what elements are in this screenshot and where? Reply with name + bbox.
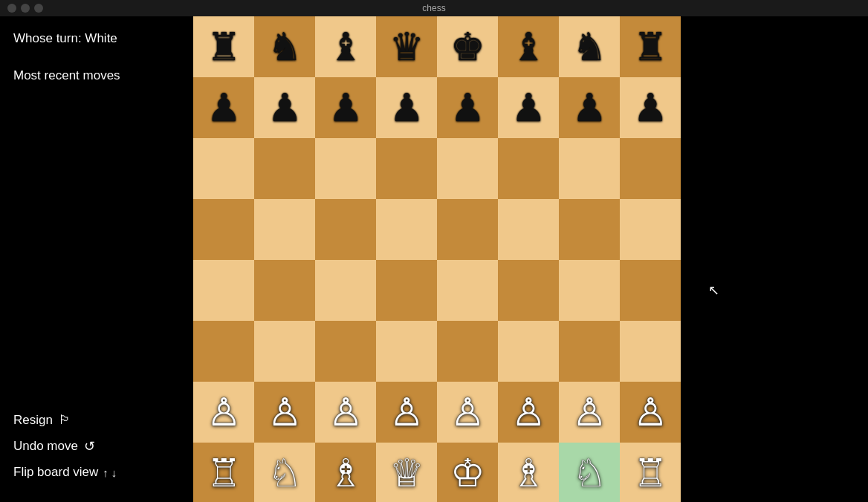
chess-piece: ♙ xyxy=(450,393,485,431)
chess-cell[interactable] xyxy=(559,260,620,321)
chess-cell[interactable] xyxy=(437,199,498,260)
chess-cell[interactable] xyxy=(254,138,315,199)
chess-cell[interactable] xyxy=(437,321,498,382)
chess-piece: ♙ xyxy=(389,393,424,431)
chess-cell[interactable] xyxy=(315,260,376,321)
chess-cell[interactable] xyxy=(620,260,681,321)
chess-piece: ♟ xyxy=(450,88,485,127)
chess-piece: ♜ xyxy=(633,27,668,66)
titlebar: chess xyxy=(0,0,868,16)
chess-piece: ♟ xyxy=(633,88,668,127)
flip-board-button[interactable]: Flip board view ↑ ↓ xyxy=(13,465,180,480)
resign-button[interactable]: Resign 🏳 xyxy=(13,413,180,428)
chess-cell[interactable] xyxy=(376,260,437,321)
chess-cell[interactable]: ♕ xyxy=(376,443,437,502)
chess-cell[interactable]: ♙ xyxy=(193,382,254,443)
flip-down-icon: ↓ xyxy=(111,466,117,479)
chess-cell[interactable]: ♙ xyxy=(620,382,681,443)
chess-cell[interactable] xyxy=(254,321,315,382)
chess-cell[interactable]: ♟ xyxy=(620,77,681,138)
undo-move-label: Undo move xyxy=(13,439,78,454)
chess-cell[interactable] xyxy=(559,199,620,260)
undo-icon: ↺ xyxy=(84,438,95,454)
chess-cell[interactable] xyxy=(315,138,376,199)
minimize-button[interactable] xyxy=(21,4,30,13)
chess-cell[interactable]: ♟ xyxy=(437,77,498,138)
chess-cell[interactable] xyxy=(254,260,315,321)
most-recent-moves-label: Most recent moves xyxy=(13,68,180,83)
undo-move-button[interactable]: Undo move ↺ xyxy=(13,438,180,454)
chess-cell[interactable]: ♙ xyxy=(498,382,559,443)
chess-piece: ♟ xyxy=(389,88,424,127)
chess-cell[interactable] xyxy=(437,260,498,321)
chess-cell[interactable] xyxy=(559,321,620,382)
resign-flag-icon: 🏳 xyxy=(59,413,71,428)
chess-cell[interactable]: ♖ xyxy=(620,443,681,502)
close-button[interactable] xyxy=(7,4,16,13)
chess-piece: ♟ xyxy=(268,88,302,127)
chess-piece: ♙ xyxy=(328,393,363,431)
chess-cell[interactable]: ♞ xyxy=(559,16,620,77)
chess-cell[interactable]: ♗ xyxy=(498,443,559,502)
chess-cell[interactable] xyxy=(620,321,681,382)
chess-piece: ♙ xyxy=(633,393,668,431)
chess-cell[interactable]: ♞ xyxy=(254,16,315,77)
chess-cell[interactable]: ♖ xyxy=(193,443,254,502)
chess-cell[interactable] xyxy=(437,138,498,199)
chess-cell[interactable]: ♙ xyxy=(376,382,437,443)
chess-cell[interactable] xyxy=(376,199,437,260)
chess-cell[interactable]: ♙ xyxy=(437,382,498,443)
chess-cell[interactable]: ♟ xyxy=(498,77,559,138)
chess-cell[interactable] xyxy=(498,260,559,321)
flip-arrows: ↑ ↓ xyxy=(103,466,117,479)
flip-board-label: Flip board view xyxy=(13,465,98,480)
chess-cell[interactable] xyxy=(193,321,254,382)
chess-piece: ♞ xyxy=(268,27,302,66)
maximize-button[interactable] xyxy=(34,4,43,13)
chess-piece: ♚ xyxy=(450,27,485,66)
chess-cell[interactable] xyxy=(193,260,254,321)
chess-cell[interactable]: ♟ xyxy=(559,77,620,138)
chess-cell[interactable] xyxy=(620,199,681,260)
chess-piece: ♗ xyxy=(511,454,546,492)
chess-cell[interactable] xyxy=(620,138,681,199)
chess-piece: ♘ xyxy=(268,454,302,492)
chess-cell[interactable]: ♙ xyxy=(254,382,315,443)
chess-cell[interactable]: ♝ xyxy=(498,16,559,77)
chess-cell[interactable] xyxy=(193,199,254,260)
sidebar-actions: Resign 🏳 Undo move ↺ Flip board view ↑ ↓ xyxy=(13,413,180,487)
chess-piece: ♙ xyxy=(207,393,242,431)
chess-cell[interactable]: ♜ xyxy=(620,16,681,77)
chess-cell[interactable] xyxy=(193,138,254,199)
chess-cell[interactable]: ♙ xyxy=(559,382,620,443)
chess-piece: ♜ xyxy=(207,27,242,66)
chess-cell[interactable] xyxy=(376,138,437,199)
chess-cell[interactable] xyxy=(498,138,559,199)
chess-cell[interactable]: ♗ xyxy=(315,443,376,502)
chess-cell[interactable] xyxy=(498,321,559,382)
chess-piece: ♝ xyxy=(511,27,546,66)
chess-cell[interactable] xyxy=(254,199,315,260)
chess-cell[interactable] xyxy=(315,321,376,382)
chess-cell[interactable]: ♜ xyxy=(193,16,254,77)
chess-board: ♜♞♝♛♚♝♞♜♟♟♟♟♟♟♟♟♙♙♙♙♙♙♙♙♖♘♗♕♔♗♘♖ xyxy=(193,16,681,502)
chess-cell[interactable]: ♘ xyxy=(559,443,620,502)
chess-cell[interactable]: ♟ xyxy=(193,77,254,138)
chess-cell[interactable]: ♟ xyxy=(376,77,437,138)
chess-cell[interactable]: ♘ xyxy=(254,443,315,502)
chess-piece: ♕ xyxy=(389,454,424,492)
chess-piece: ♝ xyxy=(328,27,363,66)
chess-cell[interactable] xyxy=(315,199,376,260)
chess-cell[interactable] xyxy=(376,321,437,382)
resign-label: Resign xyxy=(13,413,53,428)
chess-cell[interactable]: ♔ xyxy=(437,443,498,502)
chess-cell[interactable]: ♝ xyxy=(315,16,376,77)
chess-cell[interactable]: ♟ xyxy=(315,77,376,138)
chess-cell[interactable]: ♚ xyxy=(437,16,498,77)
chess-piece: ♟ xyxy=(511,88,546,127)
chess-cell[interactable] xyxy=(498,199,559,260)
chess-cell[interactable]: ♙ xyxy=(315,382,376,443)
chess-cell[interactable] xyxy=(559,138,620,199)
chess-cell[interactable]: ♛ xyxy=(376,16,437,77)
chess-cell[interactable]: ♟ xyxy=(254,77,315,138)
